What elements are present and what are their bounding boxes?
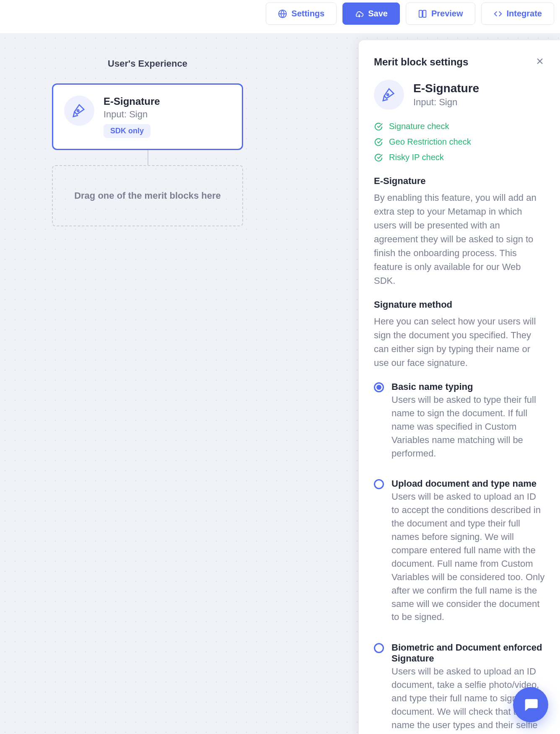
check-signature: Signature check xyxy=(374,122,545,131)
check-label: Signature check xyxy=(389,122,449,131)
close-icon xyxy=(535,56,545,66)
save-button[interactable]: Save xyxy=(342,3,400,25)
globe-icon xyxy=(278,9,287,18)
check-geo: Geo Restriction check xyxy=(374,137,545,147)
integrate-label: Integrate xyxy=(507,9,542,18)
pen-nib-icon xyxy=(374,80,404,110)
panels-icon xyxy=(418,9,427,18)
panel-block-title: E-Signature xyxy=(413,82,479,95)
block-meta: E-Signature Input: Sign SDK only xyxy=(104,96,160,138)
radio-desc: Users will be asked to type their full n… xyxy=(391,393,545,460)
check-ip: Risky IP check xyxy=(374,153,545,162)
toolbar: Settings Save Preview Integrate xyxy=(0,0,560,33)
radio-icon xyxy=(374,643,384,653)
radio-biometric[interactable]: Biometric and Document enforced Signatur… xyxy=(374,642,545,734)
close-button[interactable] xyxy=(535,56,545,68)
check-list: Signature check Geo Restriction check Ri… xyxy=(374,122,545,162)
settings-panel: Merit block settings E-Signature Input: … xyxy=(359,40,560,734)
chat-fab[interactable] xyxy=(513,687,548,722)
check-label: Geo Restriction check xyxy=(389,137,471,147)
svg-point-3 xyxy=(77,110,79,112)
radio-title: Biometric and Document enforced Signatur… xyxy=(391,642,545,664)
panel-block-input: Input: Sign xyxy=(413,97,479,108)
signature-method-radio-group: Basic name typing Users will be asked to… xyxy=(374,381,545,734)
check-circle-icon xyxy=(374,137,383,147)
connector xyxy=(148,150,148,165)
radio-desc: Users will be asked to upload an ID to a… xyxy=(391,490,545,624)
svg-rect-1 xyxy=(419,10,422,17)
radio-icon xyxy=(374,382,384,392)
block-input: Input: Sign xyxy=(104,109,160,120)
sdk-badge: SDK only xyxy=(104,124,150,138)
drop-zone[interactable]: Drag one of the merit blocks here xyxy=(52,165,243,226)
method-desc: Here you can select how your users will … xyxy=(374,314,545,370)
settings-label: Settings xyxy=(291,9,324,18)
save-label: Save xyxy=(368,9,388,18)
radio-basic-name[interactable]: Basic name typing Users will be asked to… xyxy=(374,381,545,460)
svg-point-4 xyxy=(387,94,389,96)
code-icon xyxy=(493,9,503,18)
preview-label: Preview xyxy=(431,9,463,18)
svg-rect-2 xyxy=(423,10,426,17)
check-circle-icon xyxy=(374,153,383,162)
panel-block-text: E-Signature Input: Sign xyxy=(413,82,479,108)
panel-title: Merit block settings xyxy=(374,56,468,68)
settings-button[interactable]: Settings xyxy=(266,3,337,25)
radio-icon xyxy=(374,479,384,489)
check-circle-icon xyxy=(374,122,383,131)
integrate-button[interactable]: Integrate xyxy=(481,3,554,25)
chat-icon xyxy=(522,696,539,713)
check-label: Risky IP check xyxy=(389,153,444,162)
method-heading: Signature method xyxy=(374,299,545,310)
block-title: E-Signature xyxy=(104,96,160,107)
radio-upload-doc[interactable]: Upload document and type name Users will… xyxy=(374,478,545,624)
pen-nib-icon xyxy=(64,96,94,126)
cloud-save-icon xyxy=(355,9,364,18)
radio-title: Basic name typing xyxy=(391,381,545,392)
esig-heading: E-Signature xyxy=(374,176,545,187)
esig-desc: By enabling this feature, you will add a… xyxy=(374,191,545,288)
flow-block-esignature[interactable]: E-Signature Input: Sign SDK only xyxy=(52,83,243,150)
panel-block-header: E-Signature Input: Sign xyxy=(374,80,545,110)
preview-button[interactable]: Preview xyxy=(406,3,475,25)
ux-title: User's Experience xyxy=(52,58,243,69)
radio-title: Upload document and type name xyxy=(391,478,545,489)
